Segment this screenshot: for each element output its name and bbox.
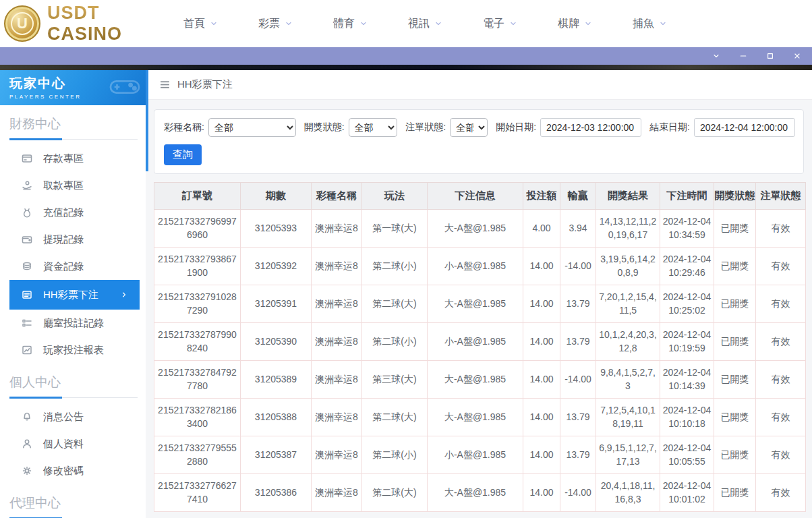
minimize-icon bbox=[739, 52, 747, 60]
draw-status-select[interactable]: 全部 bbox=[349, 118, 398, 137]
column-header-order-no: 訂單號 bbox=[154, 183, 241, 210]
chevron-down-icon bbox=[509, 20, 517, 28]
cell-bet-time: 2024-12-04 10:05:55 bbox=[660, 436, 714, 474]
nav-item-4[interactable]: 電子 bbox=[483, 17, 517, 31]
cell-bet-amount: 14.00 bbox=[523, 436, 560, 474]
top-header: U USDT CASINO 首頁彩票體育視訊電子棋牌捕魚 bbox=[0, 0, 812, 47]
cell-draw-result: 9,8,4,1,5,2,7,3 bbox=[596, 361, 660, 399]
cell-lottery-name: 澳洲幸运8 bbox=[312, 323, 362, 361]
sidebar-item-recharge-bag[interactable]: 充值記錄 bbox=[0, 199, 146, 226]
sidebar-item-label: 消息公告 bbox=[43, 411, 84, 424]
cell-order-no: 2152173327821863400 bbox=[154, 399, 241, 436]
cell-win-loss: 3.94 bbox=[560, 210, 596, 248]
end-date-input[interactable] bbox=[694, 118, 795, 137]
table-row: 215217332796997696031205393澳洲幸运8第一球(大)大-… bbox=[154, 210, 806, 248]
sidebar-item-report-chart[interactable]: 玩家投注報表 bbox=[0, 337, 146, 364]
cell-draw-status: 已開獎 bbox=[714, 323, 756, 361]
minimize-window-button[interactable] bbox=[739, 52, 747, 60]
collapse-window-button[interactable] bbox=[712, 52, 720, 60]
sidebar-item-label: 廳室投註記錄 bbox=[43, 317, 104, 330]
cell-bet-amount: 14.00 bbox=[523, 323, 560, 361]
cell-lottery-name: 澳洲幸运8 bbox=[312, 210, 362, 248]
filter-panel: 彩種名稱: 全部 開獎狀態: 全部 注單狀態: 全部 開始日期: 結束日期: 查… bbox=[154, 109, 804, 174]
cell-order-no: 2152173327910287290 bbox=[154, 285, 241, 323]
maximize-window-button[interactable] bbox=[766, 52, 774, 60]
chevron-down-icon bbox=[434, 20, 442, 28]
column-header-lottery-name: 彩種名稱 bbox=[312, 183, 362, 210]
draw-status-label: 開獎狀態: bbox=[304, 121, 345, 134]
sidebar-item-label: 個人資料 bbox=[43, 438, 84, 451]
table-row: 215217332784792778031205389澳洲幸运8第三球(大)大-… bbox=[154, 361, 806, 399]
table-row: 215217332779555288031205387澳洲幸运8第二球(小)小-… bbox=[154, 436, 806, 474]
cell-draw-status: 已開獎 bbox=[714, 361, 756, 399]
cell-play-type: 第一球(大) bbox=[362, 210, 428, 248]
cell-order-no: 2152173327938671900 bbox=[154, 248, 241, 285]
cell-bet-info: 小-A盤@1.985 bbox=[428, 323, 523, 361]
sidebar-item-gear[interactable]: 修改密碼 bbox=[0, 457, 146, 484]
cell-order-status: 有效 bbox=[756, 248, 806, 285]
nav-item-6[interactable]: 捕魚 bbox=[633, 17, 667, 31]
nav-item-2[interactable]: 體育 bbox=[333, 17, 368, 31]
sidebar: 玩家中心 PLAYERS CENTER 財務中心存款專區取款專區充值記錄提現記錄… bbox=[0, 70, 146, 518]
sidebar-item-label: HH彩票下注 bbox=[43, 289, 98, 301]
nav-item-label: 捕魚 bbox=[633, 17, 654, 31]
sidebar-item-wallet[interactable]: 提現記錄 bbox=[0, 226, 146, 253]
cell-bet-amount: 14.00 bbox=[523, 474, 560, 512]
cell-draw-result: 7,20,1,2,15,4,11,5 bbox=[596, 285, 660, 323]
nav-item-label: 首頁 bbox=[183, 17, 205, 31]
lottery-name-select[interactable]: 全部 bbox=[208, 118, 296, 137]
cell-draw-status: 已開獎 bbox=[714, 474, 756, 512]
content-area: HH彩票下注 彩種名稱: 全部 開獎狀態: 全部 注單狀態: 全部 開始日期: … bbox=[146, 70, 812, 518]
cell-period: 31205393 bbox=[241, 210, 312, 248]
main-nav: 首頁彩票體育視訊電子棋牌捕魚 bbox=[156, 17, 812, 31]
brand-logo[interactable]: U USDT CASINO bbox=[0, 3, 156, 45]
cell-bet-amount: 14.00 bbox=[523, 285, 560, 323]
nav-item-1[interactable]: 彩票 bbox=[258, 17, 293, 31]
chevron-down-icon bbox=[359, 20, 368, 28]
column-header-order-status: 注單狀態 bbox=[756, 183, 806, 210]
sidebar-item-person[interactable]: 個人資料 bbox=[0, 430, 146, 457]
scrollbar-thumb[interactable] bbox=[146, 70, 148, 171]
cell-draw-status: 已開獎 bbox=[714, 248, 756, 285]
cell-order-no: 2152173327847927780 bbox=[154, 361, 241, 399]
column-header-win-loss: 輸贏 bbox=[560, 183, 596, 210]
nav-item-label: 電子 bbox=[483, 17, 504, 31]
close-window-button[interactable] bbox=[793, 52, 801, 60]
cell-period: 31205389 bbox=[241, 361, 312, 399]
sidebar-item-bell[interactable]: 消息公告 bbox=[0, 403, 146, 430]
sidebar-section-title-2: 代理中心 bbox=[0, 484, 146, 518]
chevron-down-icon bbox=[210, 20, 218, 28]
cell-play-type: 第三球(大) bbox=[362, 361, 428, 399]
sidebar-item-withdraw-hand[interactable]: 取款專區 bbox=[0, 172, 146, 199]
cell-draw-status: 已開獎 bbox=[714, 210, 756, 248]
cell-order-status: 有效 bbox=[756, 399, 806, 436]
cell-draw-result: 14,13,12,11,20,19,6,17 bbox=[596, 210, 660, 248]
cell-draw-status: 已開獎 bbox=[714, 399, 756, 436]
nav-item-5[interactable]: 棋牌 bbox=[558, 17, 592, 31]
cell-draw-result: 7,12,5,4,10,18,19,11 bbox=[596, 399, 660, 436]
withdraw-hand-icon bbox=[22, 180, 33, 191]
cell-lottery-name: 澳洲幸运8 bbox=[312, 399, 362, 436]
sidebar-item-lottery-list[interactable]: HH彩票下注 bbox=[9, 280, 140, 310]
cell-period: 31205392 bbox=[241, 248, 312, 285]
nav-item-0[interactable]: 首頁 bbox=[183, 17, 218, 31]
cell-play-type: 第二球(小) bbox=[362, 248, 428, 285]
query-button[interactable]: 查詢 bbox=[164, 144, 202, 165]
hamburger-icon[interactable] bbox=[159, 79, 171, 90]
nav-item-3[interactable]: 視訊 bbox=[408, 17, 442, 31]
cell-win-loss: -14.00 bbox=[560, 474, 596, 512]
sidebar-item-funds-coins[interactable]: 資金記錄 bbox=[0, 253, 146, 280]
order-status-select[interactable]: 全部 bbox=[450, 118, 488, 137]
start-date-input[interactable] bbox=[540, 118, 641, 137]
cell-play-type: 第二球(大) bbox=[362, 399, 428, 436]
sidebar-item-deposit-card[interactable]: 存款專區 bbox=[0, 145, 146, 172]
bets-table-card: 訂單號期數彩種名稱玩法下注信息投注額輸贏開獎結果下注時間開獎狀態注單狀態 215… bbox=[154, 182, 804, 512]
window-titlebar bbox=[0, 47, 812, 65]
logo-letter: U bbox=[11, 12, 34, 35]
cell-bet-time: 2024-12-04 10:01:02 bbox=[660, 474, 714, 512]
nav-item-label: 體育 bbox=[333, 17, 355, 31]
cell-period: 31205390 bbox=[241, 323, 312, 361]
page-title: HH彩票下注 bbox=[177, 78, 233, 91]
sidebar-item-hall-record[interactable]: 廳室投註記錄 bbox=[0, 310, 146, 337]
sidebar-item-label: 存款專區 bbox=[43, 152, 84, 165]
